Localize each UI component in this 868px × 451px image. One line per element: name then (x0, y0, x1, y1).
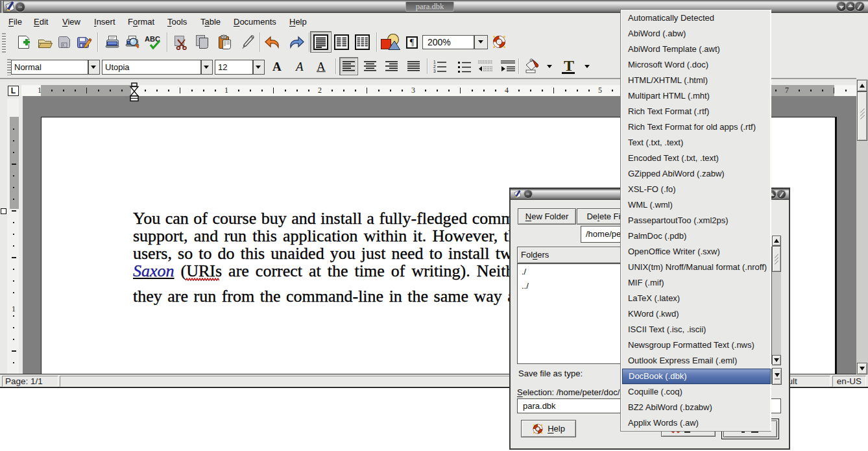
svg-text:1: 1 (433, 60, 436, 64)
svg-text:3: 3 (433, 69, 436, 73)
svg-text:2: 2 (433, 64, 436, 69)
